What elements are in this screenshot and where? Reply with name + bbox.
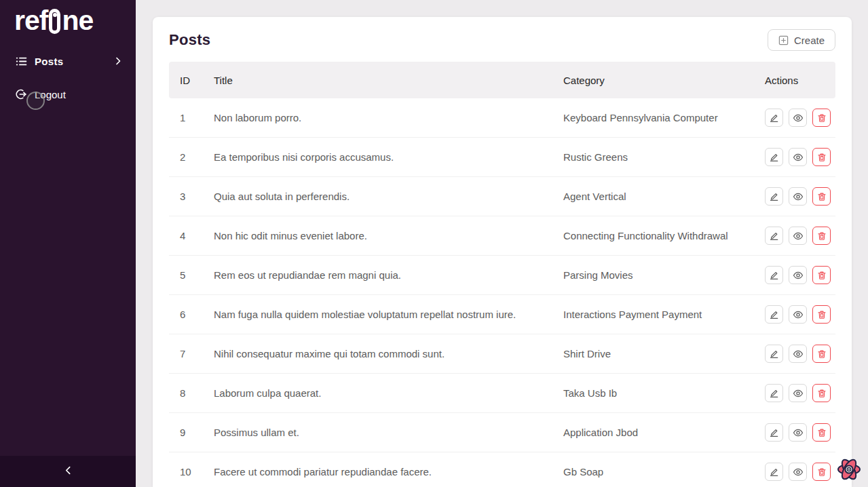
edit-button[interactable]: [765, 109, 783, 127]
delete-button[interactable]: [812, 227, 831, 245]
show-button[interactable]: [789, 463, 807, 481]
show-button[interactable]: [789, 345, 807, 363]
row-actions-cell: [754, 413, 835, 452]
chevron-left-icon: [64, 465, 73, 478]
show-button[interactable]: [789, 148, 807, 166]
row-title-cell: Facere ut commodi pariatur repudiandae f…: [203, 452, 552, 487]
edit-button[interactable]: [765, 345, 783, 363]
edit-button[interactable]: [765, 384, 783, 402]
row-id-cell: 10: [169, 452, 203, 487]
row-title-cell: Non hic odit minus eveniet labore.: [203, 216, 552, 256]
row-title-cell: Nam fuga nulla quidem molestiae voluptat…: [203, 295, 552, 334]
table-row: 7 Nihil consequatur maxime qui totam com…: [169, 334, 835, 374]
show-button[interactable]: [789, 227, 807, 245]
edit-button[interactable]: [765, 148, 783, 166]
unordered-list-icon: [15, 55, 27, 67]
row-title-cell: Ea temporibus nisi corporis accusamus.: [203, 138, 552, 177]
edit-button[interactable]: [765, 187, 783, 206]
page-title: Posts: [169, 31, 210, 49]
posts-list-card: Posts Create ID Title Category Actions: [153, 17, 852, 487]
row-id-cell: 6: [169, 295, 203, 334]
row-id-cell: 5: [169, 256, 203, 295]
table-header-row: ID Title Category Actions: [169, 62, 835, 98]
row-category-cell: Application Jbod: [552, 413, 754, 452]
column-header-id[interactable]: ID: [169, 62, 203, 98]
column-header-actions: Actions: [754, 62, 835, 98]
show-button[interactable]: [789, 109, 807, 127]
delete-button[interactable]: [812, 384, 831, 402]
row-actions-cell: [754, 334, 835, 374]
column-header-category[interactable]: Category: [552, 62, 754, 98]
show-button[interactable]: [789, 384, 807, 402]
row-actions-cell: [754, 374, 835, 413]
edit-button[interactable]: [765, 463, 783, 481]
edit-button[interactable]: [765, 227, 783, 245]
posts-table: ID Title Category Actions 1 Non laborum …: [169, 62, 835, 487]
delete-button[interactable]: [812, 187, 831, 206]
row-title-cell: Laborum culpa quaerat.: [203, 374, 552, 413]
sidebar-item-logout[interactable]: Logout: [0, 83, 136, 106]
row-actions-cell: [754, 452, 835, 487]
row-actions-cell: [754, 256, 835, 295]
row-actions-cell: [754, 138, 835, 177]
row-category-cell: Keyboard Pennsylvania Computer: [552, 98, 754, 138]
row-title-cell: Possimus ullam et.: [203, 413, 552, 452]
delete-button[interactable]: [812, 423, 831, 442]
row-title-cell: Non laborum porro.: [203, 98, 552, 138]
refine-logo: ref ne: [14, 7, 136, 35]
delete-button[interactable]: [812, 266, 831, 284]
click-indicator: [26, 92, 45, 110]
show-button[interactable]: [789, 423, 807, 442]
row-actions-cell: [754, 98, 835, 138]
show-button[interactable]: [789, 187, 807, 206]
row-category-cell: Interactions Payment Payment: [552, 295, 754, 334]
edit-button[interactable]: [765, 423, 783, 442]
show-button[interactable]: [789, 305, 807, 324]
sidebar-item-label: Posts: [35, 56, 63, 67]
logo-i-glyph: [49, 9, 60, 34]
create-button-label: Create: [794, 35, 825, 46]
row-id-cell: 7: [169, 334, 203, 374]
logo-text-right: ne: [62, 7, 93, 35]
row-title-cell: Quia aut soluta in perferendis.: [203, 177, 552, 216]
row-id-cell: 2: [169, 138, 203, 177]
plus-square-icon: [778, 35, 789, 45]
row-id-cell: 8: [169, 374, 203, 413]
edit-button[interactable]: [765, 305, 783, 324]
delete-button[interactable]: [812, 109, 831, 127]
row-category-cell: Parsing Movies: [552, 256, 754, 295]
sidebar-collapse-button[interactable]: [0, 456, 136, 487]
row-id-cell: 1: [169, 98, 203, 138]
row-actions-cell: [754, 216, 835, 256]
show-button[interactable]: [789, 266, 807, 284]
delete-button[interactable]: [812, 463, 831, 481]
sidebar: ref ne Posts Logout: [0, 0, 136, 487]
row-actions-cell: [754, 177, 835, 216]
column-header-title[interactable]: Title: [203, 62, 552, 98]
table-row: 5 Rem eos ut repudiandae rem magni quia.…: [169, 256, 835, 295]
row-actions-cell: [754, 295, 835, 334]
table-row: 4 Non hic odit minus eveniet labore. Con…: [169, 216, 835, 256]
delete-button[interactable]: [812, 345, 831, 363]
row-category-cell: Gb Soap: [552, 452, 754, 487]
logo-text-left: ref: [14, 7, 48, 35]
row-category-cell: Connecting Functionality Withdrawal: [552, 216, 754, 256]
row-category-cell: Shirt Drive: [552, 334, 754, 374]
main-content: Posts Create ID Title Category Actions: [136, 0, 868, 487]
delete-button[interactable]: [812, 148, 831, 166]
edit-button[interactable]: [765, 266, 783, 284]
row-title-cell: Nihil consequatur maxime qui totam commo…: [203, 334, 552, 374]
table-row: 1 Non laborum porro. Keyboard Pennsylvan…: [169, 98, 835, 138]
row-id-cell: 4: [169, 216, 203, 256]
refine-flower-icon[interactable]: [835, 455, 863, 484]
delete-button[interactable]: [812, 305, 831, 324]
table-row: 2 Ea temporibus nisi corporis accusamus.…: [169, 138, 835, 177]
chevron-right-icon: [114, 57, 122, 65]
create-button[interactable]: Create: [768, 29, 835, 51]
row-category-cell: Agent Vertical: [552, 177, 754, 216]
table-row: 10 Facere ut commodi pariatur repudianda…: [169, 452, 835, 487]
logout-icon: [15, 88, 27, 100]
sidebar-item-posts[interactable]: Posts: [0, 50, 136, 73]
table-row: 6 Nam fuga nulla quidem molestiae volupt…: [169, 295, 835, 334]
table-row: 9 Possimus ullam et. Application Jbod: [169, 413, 835, 452]
